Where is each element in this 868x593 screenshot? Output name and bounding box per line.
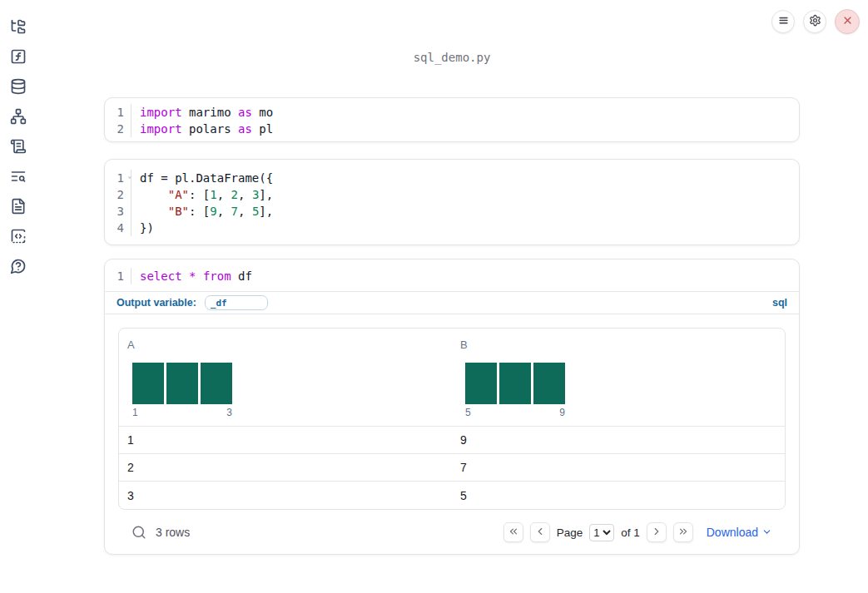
code-lines: import marimo as mo import polars as pl [131,104,273,137]
histogram-bar [166,363,198,404]
code-line: import polars as pl [140,121,273,137]
column-name: A [127,339,444,351]
network-icon [10,108,27,127]
function-square-icon [10,48,27,67]
line-number-gutter: 1⌄ 2 3 4 [105,170,131,236]
histogram-max-label: 9 [559,407,565,418]
line-number: 1⌄ [105,170,131,186]
table-cell: 7 [452,461,785,474]
table-cell: 9 [452,433,785,447]
chevrons-right-icon [677,526,689,540]
sidebar [0,0,37,593]
table-header: A 1 3 [119,329,785,427]
search-button[interactable] [131,525,146,540]
code-line: select * from df [140,268,252,284]
sidebar-item-data-sources[interactable] [10,79,27,96]
settings-button[interactable] [803,10,826,33]
histogram-bar [465,363,497,404]
code-lines: select * from df [131,268,252,284]
chevron-down-icon [761,525,772,540]
prev-page-button[interactable] [530,522,550,542]
code-cell-imports: 1 2 import marimo as mo import polars as… [104,97,800,142]
sidebar-item-variables[interactable] [10,49,27,66]
line-number-gutter: 1 [105,268,131,284]
column-name: B [460,339,776,351]
table-cell: 1 [119,433,452,447]
line-number: 4 [105,220,131,236]
sql-editor[interactable]: 1 select * from df [105,259,799,292]
sidebar-item-outline[interactable] [10,139,27,156]
pagination: Page 1 of 1 Download [503,522,772,542]
table-row[interactable]: 2 7 [119,454,785,482]
download-button[interactable]: Download [707,525,772,540]
table-row[interactable]: 3 5 [119,482,785,509]
page-of-label: of 1 [621,526,640,539]
column-histogram: 1 3 [132,363,232,418]
next-page-button[interactable] [647,522,667,542]
sidebar-item-logs[interactable] [10,169,27,185]
line-number: 2 [105,121,131,137]
gear-icon [809,14,821,29]
last-page-button[interactable] [673,522,693,542]
histogram-bar [201,363,232,404]
download-label: Download [707,526,758,539]
close-button[interactable] [835,9,860,34]
histogram-min-label: 5 [465,407,471,418]
histogram-bar [499,363,531,404]
page-select[interactable]: 1 [589,524,614,541]
sidebar-item-dependencies[interactable] [10,109,27,126]
code-line: import marimo as mo [140,104,273,121]
sql-cell: 1 select * from df Output variable: sql … [104,259,800,555]
code-lines: df = pl.DataFrame({ "A": [1, 2, 3], "B":… [131,170,273,236]
language-badge[interactable]: sql [772,297,787,309]
list-search-icon [10,168,27,187]
first-page-button[interactable] [503,522,523,542]
code-line: "A": [1, 2, 3], [140,186,273,203]
sidebar-item-documentation[interactable] [10,199,27,215]
histogram-labels: 5 9 [465,407,565,418]
output-variable-input[interactable] [205,295,268,310]
code-editor[interactable]: 1 2 import marimo as mo import polars as… [105,98,799,142]
code-line: "B": [9, 7, 5], [140,203,273,220]
help-bubble-icon [10,258,27,277]
line-number: 1 [105,268,131,284]
close-icon [841,14,854,29]
line-number-gutter: 1 2 [105,104,131,137]
code-line: }) [140,220,273,236]
histogram-max-label: 3 [226,407,232,418]
code-editor[interactable]: 1⌄ 2 3 4 df = pl.DataFrame({ "A": [1, 2,… [105,160,799,245]
fold-chevron-icon[interactable]: ⌄ [127,173,131,180]
scroll-text-icon [10,138,27,157]
file-text-icon [10,198,27,217]
line-number: 1 [105,104,131,121]
table-footer: 3 rows Page 1 of 1 Download [118,510,786,555]
code-cell-dataframe: 1⌄ 2 3 4 df = pl.DataFrame({ "A": [1, 2,… [104,159,800,245]
table-cell: 2 [119,461,452,474]
line-number: 2 [105,186,131,203]
chevron-left-icon [534,526,546,540]
chevron-right-icon [651,526,662,540]
histogram-bar [533,363,565,404]
output-variable-row: Output variable: sql [105,292,799,314]
column-header-b[interactable]: B 5 9 [452,329,785,426]
sidebar-item-snippets[interactable] [10,229,27,245]
cell-output: A 1 3 [105,314,799,555]
sidebar-item-help[interactable] [10,259,27,275]
chevrons-left-icon [508,526,519,540]
histogram-bar [132,363,164,404]
histogram-bars [465,363,565,404]
sidebar-item-file-explorer[interactable] [10,19,27,36]
notebook: sql_demo.py 1 2 import marimo as mo impo… [104,0,800,64]
database-icon [10,78,27,97]
output-variable-label: Output variable: [117,297,196,309]
folder-tree-icon [10,18,27,37]
code-line: df = pl.DataFrame({ [140,170,273,186]
page-label: Page [557,526,583,539]
table-cell: 3 [119,489,452,502]
page-title: sql_demo.py [104,51,800,64]
histogram-bars [132,363,232,404]
histogram-min-label: 1 [132,407,138,418]
column-header-a[interactable]: A 1 3 [119,329,452,426]
code-square-icon [10,228,27,247]
table-row[interactable]: 1 9 [119,427,785,454]
